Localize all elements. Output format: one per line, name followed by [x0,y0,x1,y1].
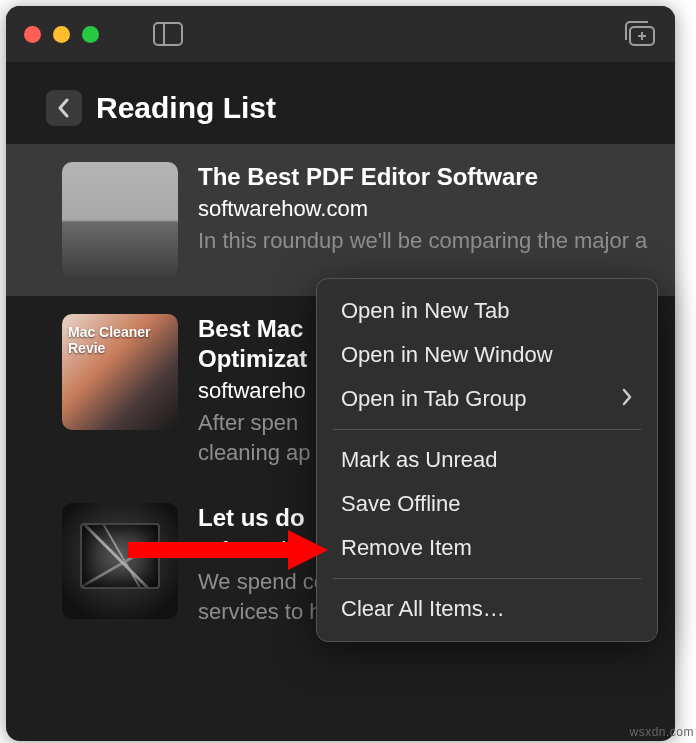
menu-save-offline[interactable]: Save Offline [317,482,657,526]
chevron-right-icon [621,386,633,412]
annotation-arrow [128,530,338,570]
svg-rect-0 [154,23,182,45]
menu-open-tab-group[interactable]: Open in Tab Group [317,377,657,421]
sidebar-toggle-icon[interactable] [153,22,183,46]
menu-label: Mark as Unread [341,447,498,473]
item-title: The Best PDF Editor Software [198,162,653,192]
maximize-button[interactable] [82,26,99,43]
back-button[interactable] [46,90,82,126]
window-titlebar [6,6,675,62]
thumbnail-overlay-text: Mac Cleaner Revie [68,324,178,356]
menu-label: Save Offline [341,491,460,517]
menu-label: Open in Tab Group [341,386,527,412]
item-body: The Best PDF Editor Software softwarehow… [198,162,653,278]
menu-separator [333,578,641,579]
menu-mark-unread[interactable]: Mark as Unread [317,438,657,482]
menu-open-new-window[interactable]: Open in New Window [317,333,657,377]
menu-label: Clear All Items… [341,596,505,622]
item-thumbnail: Mac Cleaner Revie [62,314,178,430]
menu-clear-all[interactable]: Clear All Items… [317,587,657,631]
menu-label: Open in New Window [341,342,553,368]
menu-label: Open in New Tab [341,298,509,324]
menu-remove-item[interactable]: Remove Item [317,526,657,570]
reading-list-item[interactable]: The Best PDF Editor Software softwarehow… [6,144,675,296]
menu-separator [333,429,641,430]
menu-open-new-tab[interactable]: Open in New Tab [317,289,657,333]
item-domain: softwarehow.com [198,196,653,222]
window-controls [24,26,99,43]
menu-label: Remove Item [341,535,472,561]
watermark-text: wsxdn.com [629,725,694,739]
close-button[interactable] [24,26,41,43]
page-title: Reading List [96,91,276,125]
sidebar-header: Reading List [6,62,675,144]
item-thumbnail [62,162,178,278]
new-tab-group-icon[interactable] [623,20,657,48]
toolbar-left [153,22,183,46]
context-menu: Open in New Tab Open in New Window Open … [316,278,658,642]
item-description: In this roundup we'll be comparing the m… [198,226,653,256]
minimize-button[interactable] [53,26,70,43]
